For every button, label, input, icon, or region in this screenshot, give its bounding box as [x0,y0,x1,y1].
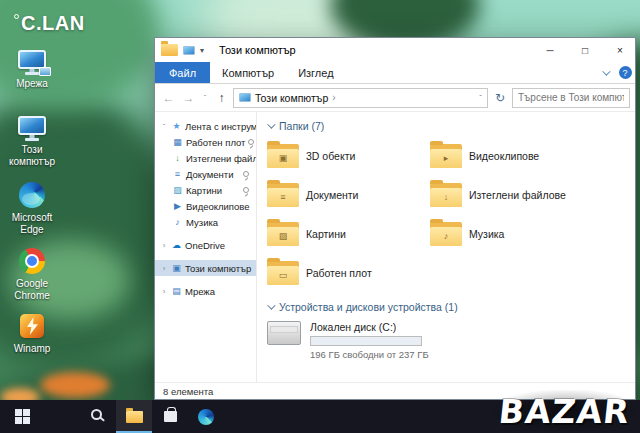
chevron-down-icon [602,67,610,75]
recent-locations-chevron-icon[interactable]: ˇ [200,93,210,102]
folder-label: Изтеглени файлове [469,189,566,201]
folder-label: Музика [469,228,504,240]
qat-this-pc-icon[interactable] [183,46,195,55]
help-button[interactable]: ? [615,62,635,83]
address-dropdown-chevron-icon[interactable]: ˇ [479,93,482,102]
edge-icon [19,182,45,208]
sidebar-item-desktop[interactable]: ▦ Работен плот [155,134,256,150]
sidebar-item-downloads[interactable]: ↓ Изтеглени файлове [155,150,256,166]
drive-info: Локален диск (C:) 196 ГБ свободни от 237… [310,321,429,360]
folders-group-label: Папки (7) [279,120,324,132]
taskbar-edge-button[interactable] [188,400,224,433]
sidebar-item-this-pc[interactable]: › ▣ Този компютър [155,260,256,276]
folder-label: 3D обекти [306,150,355,162]
desktop-icon-label: Мрежа [2,78,62,90]
collapse-chevron-icon [267,120,275,128]
ribbon-tabs: Файл Компютър Изглед ? [155,62,635,84]
taskbar-store-button[interactable] [152,400,188,433]
desktop-icon-this-pc[interactable]: Този компютър [0,116,64,182]
start-button[interactable] [4,400,40,433]
tab-view[interactable]: Изглед [286,62,345,83]
chevron-icon[interactable]: ˇ [160,122,168,131]
folder-tile-downloads[interactable]: ↓ Изтеглени файлове [430,179,593,211]
chevron-icon[interactable]: › [160,287,168,296]
sidebar-item-onedrive[interactable]: › ☁ OneDrive [155,237,256,253]
search-input[interactable] [512,88,630,108]
ribbon-expand-button[interactable] [595,62,615,83]
tabs-spacer [346,62,595,83]
minimize-button[interactable]: ─ [535,38,565,62]
desktop-icon-winamp[interactable]: Winamp [0,314,64,380]
search-icon [91,409,102,420]
close-button[interactable]: × [605,38,635,62]
desktop: C.LAN Мрежа Този компютър Microsoft Edge… [0,0,640,433]
breadcrumb-separator-icon[interactable]: › [332,92,335,103]
taskbar-search-button[interactable] [80,400,116,433]
address-box[interactable]: Този компютър › ˇ [233,88,488,108]
taskbar-file-explorer-button[interactable] [116,400,152,433]
folder-tile-desktop[interactable]: ▭ Работен плот [267,257,430,289]
folder-tile-music[interactable]: ♪ Музика [430,218,593,250]
documents-glyph-icon: ≡ [280,192,285,202]
folder-label: Картини [306,228,346,240]
onedrive-icon: ☁ [171,240,182,250]
folder-tiles: ▣ 3D обекти ▸ Видеоклипове ≡ Документи ↓… [267,140,635,289]
chevron-icon[interactable]: › [160,264,168,273]
file-list-pane: Папки (7) ▣ 3D обекти ▸ Видеоклипове ≡ Д… [257,112,635,382]
folder-label: Видеоклипове [469,150,539,162]
pictures-icon: ▨ [172,185,183,195]
folder-icon: ≡ [267,183,299,207]
folder-tile-videos[interactable]: ▸ Видеоклипове [430,140,593,172]
music-glyph-icon: ♪ [444,231,449,241]
folder-icon: ▭ [267,261,299,285]
up-button[interactable]: ↑ [213,89,230,107]
desktop-icon-chrome[interactable]: Google Chrome [0,248,64,314]
forward-button[interactable]: → [180,89,197,107]
tab-file[interactable]: Файл [155,62,210,83]
devices-group-label: Устройства и дискови устройства (1) [279,301,458,313]
drive-tile-c[interactable]: Локален диск (C:) 196 ГБ свободни от 237… [267,321,635,360]
desktop-icon-edge[interactable]: Microsoft Edge [0,182,64,248]
folder-tile-3d-objects[interactable]: ▣ 3D обекти [267,140,430,172]
qat-dropdown-chevron-icon[interactable]: ▾ [200,46,204,55]
this-pc-icon: ▣ [171,263,182,273]
window-content: ˇ ★ Лента с инструменти ▦ Работен плот ↓… [155,112,635,382]
winamp-icon [20,314,44,338]
sidebar-item-label: Този компютър [185,263,251,274]
titlebar[interactable]: ▾ Този компютър ─ □ × [155,38,635,62]
folder-tile-documents[interactable]: ≡ Документи [267,179,430,211]
tab-computer[interactable]: Компютър [210,62,286,83]
chevron-icon[interactable]: › [160,241,168,250]
sidebar-item-network[interactable]: › ▤ Мрежа [155,283,256,299]
drive-free-space: 196 ГБ свободни от 237 ГБ [310,349,429,360]
sidebar-item-quick-access[interactable]: ˇ ★ Лента с инструменти [155,118,256,134]
folder-icon: ▣ [267,144,299,168]
downloads-icon: ↓ [172,153,183,163]
refresh-button[interactable]: ↻ [491,91,509,105]
sidebar-item-label: Изтеглени файлове [186,153,256,164]
desktop-icon-label: Google Chrome [2,278,62,301]
watermark-clan: C.LAN [14,12,85,35]
sidebar-item-videos[interactable]: ▶ Видеоклипове [155,198,256,214]
back-button[interactable]: ← [160,89,177,107]
desktop-icon-network[interactable]: Мрежа [0,50,64,116]
documents-icon: ≡ [172,169,183,179]
maximize-button[interactable]: □ [570,38,600,62]
file-explorer-icon [126,411,143,423]
sidebar-item-pictures[interactable]: ▨ Картини [155,182,256,198]
folder-tile-pictures[interactable]: ▨ Картини [267,218,430,250]
breadcrumb[interactable]: Този компютър [255,92,328,104]
folders-group-header[interactable]: Папки (7) [267,120,635,132]
desktop-glyph-icon: ▭ [279,270,288,280]
network-secondary-screen [39,67,51,76]
desktop-icons: Мрежа Този компютър Microsoft Edge Googl… [0,50,64,380]
devices-group-header[interactable]: Устройства и дискови устройства (1) [267,301,635,313]
network-icon: ▤ [171,286,182,296]
sidebar-item-documents[interactable]: ≡ Документи [155,166,256,182]
pictures-glyph-icon: ▨ [279,231,288,241]
sidebar-item-music[interactable]: ♪ Музика [155,214,256,230]
pin-icon [248,139,254,145]
downloads-glyph-icon: ↓ [444,192,449,202]
watermark-clan-text: C.LAN [21,12,85,35]
sidebar-item-label: Музика [186,217,218,228]
